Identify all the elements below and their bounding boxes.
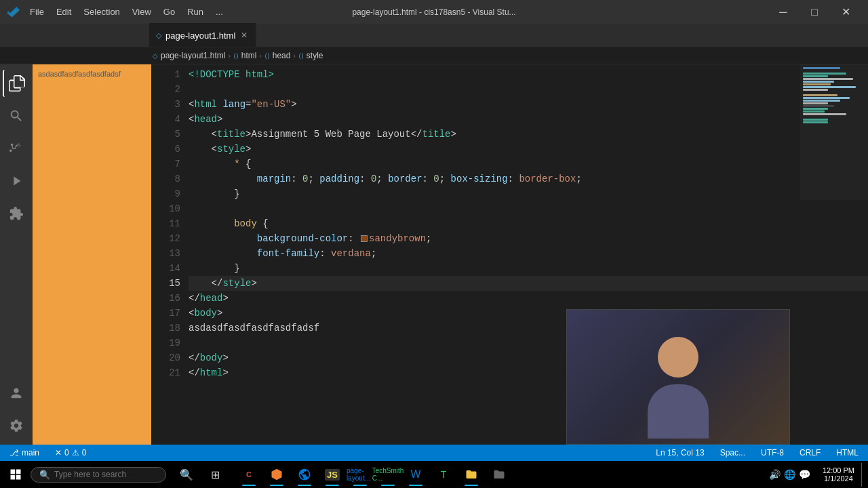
tab-close-icon[interactable]: ✕ xyxy=(239,29,249,41)
breadcrumb-item-file[interactable]: ◇ page-layout1.html xyxy=(153,51,225,60)
code-token: asdasdfasdfasdfasdfadsf xyxy=(189,321,319,336)
taskbar-app-explorer[interactable] xyxy=(458,461,485,488)
taskbar-search-box[interactable]: 🔍 xyxy=(31,467,166,483)
status-eol[interactable]: CRLF xyxy=(797,448,823,458)
code-token: > xyxy=(291,97,296,112)
menu-more[interactable]: ... xyxy=(210,5,229,18)
tab-label: page-layout1.html xyxy=(165,30,235,41)
code-token: body xyxy=(200,350,223,365)
code-line-2 xyxy=(189,82,868,97)
taskbar-app-techsmith[interactable]: TechSmith C... xyxy=(374,461,401,488)
code-token: </ xyxy=(189,291,200,306)
activity-source-control[interactable] xyxy=(3,135,30,162)
tray-icon-1[interactable]: 🔊 xyxy=(769,469,781,480)
activity-account[interactable] xyxy=(3,380,30,407)
code-token: border-box xyxy=(519,171,576,186)
title-bar-left: File Edit Selection View Go Run ... xyxy=(7,5,229,19)
code-line-8: margin: 0; padding: 0; border: 0; box-si… xyxy=(189,171,868,186)
editor-area[interactable]: 1 2 3 4 5 6 7 8 9 10 11 12 13 14 15 16 1… xyxy=(151,64,868,445)
minimap xyxy=(800,64,868,200)
status-encoding[interactable]: UTF-8 xyxy=(758,448,787,458)
taskbar-task-view[interactable]: ⊞ xyxy=(201,461,229,488)
code-token: { xyxy=(262,216,268,231)
title-bar-menu: File Edit Selection View Go Run ... xyxy=(24,5,229,18)
code-token: ; xyxy=(308,171,319,186)
taskbar-app-t[interactable]: T xyxy=(430,461,457,488)
status-bar-left: ⎇ main ✕ 0 ⚠ 0 xyxy=(7,448,89,458)
code-token: ; xyxy=(426,231,431,246)
code-token: > xyxy=(222,365,228,380)
breadcrumb-item-html[interactable]: ⟨⟩ html xyxy=(233,51,257,60)
tray-icon-2[interactable]: 🌐 xyxy=(784,469,795,480)
activity-search[interactable] xyxy=(3,102,30,129)
code-token: style xyxy=(222,276,251,291)
taskbar-time: 12:00 PM xyxy=(823,466,854,474)
code-token: 0 xyxy=(302,171,308,186)
maximize-button[interactable]: □ xyxy=(799,0,830,24)
code-token: < xyxy=(212,142,217,157)
line-num-5: 5 xyxy=(151,127,180,142)
line-num-2: 2 xyxy=(151,82,180,97)
window-title: page-layout1.html - cis178asn5 - Visual … xyxy=(352,7,515,17)
taskbar-clock[interactable]: 12:00 PM 1/1/2024 xyxy=(819,466,858,483)
taskbar-app-pagelayout[interactable]: page-layout... xyxy=(347,461,374,488)
code-token: "en-US" xyxy=(251,97,291,112)
menu-edit[interactable]: Edit xyxy=(51,5,77,18)
code-token: body xyxy=(194,306,217,321)
warning-count: 0 xyxy=(82,448,87,458)
taskbar-widget-icons: 🔍 ⊞ xyxy=(173,461,229,488)
status-language[interactable]: HTML xyxy=(833,448,861,458)
menu-run[interactable]: Run xyxy=(182,5,209,18)
breadcrumb-item-style[interactable]: ⟨⟩ style xyxy=(298,51,323,60)
code-token: } xyxy=(234,186,239,201)
code-token: > xyxy=(245,127,251,142)
status-branch[interactable]: ⎇ main xyxy=(7,448,42,458)
tab-page-layout1[interactable]: ◇ page-layout1.html ✕ xyxy=(149,23,256,47)
menu-file[interactable]: File xyxy=(24,5,50,18)
activity-extensions[interactable] xyxy=(3,200,30,227)
activity-settings[interactable] xyxy=(3,412,30,439)
breadcrumb: ◇ page-layout1.html › ⟨⟩ html › ⟨⟩ head … xyxy=(0,47,868,64)
menu-selection[interactable]: Selection xyxy=(78,5,125,18)
taskbar-app-cocc[interactable]: C xyxy=(235,461,262,488)
code-token xyxy=(189,186,234,201)
breadcrumb-item-head[interactable]: ⟨⟩ head xyxy=(264,51,291,60)
taskbar-app-brave[interactable] xyxy=(263,461,290,488)
code-line-3: <html lang="en-US"> xyxy=(189,97,868,112)
taskbar-search-widget[interactable]: 🔍 xyxy=(173,461,200,488)
status-spaces[interactable]: Spac... xyxy=(717,448,748,458)
code-token: < xyxy=(189,112,194,127)
taskbar-start-button[interactable] xyxy=(3,463,27,487)
taskbar-app-edge[interactable] xyxy=(291,461,318,488)
menu-view[interactable]: View xyxy=(127,5,157,18)
code-token: </ xyxy=(411,127,422,142)
taskbar: 🔍 🔍 ⊞ C JS page-layout... xyxy=(0,461,868,488)
vscode-logo xyxy=(7,5,20,19)
taskbar-search-input[interactable] xyxy=(54,470,156,479)
code-line-1: <!DOCTYPE html> xyxy=(189,67,868,82)
close-button[interactable]: ✕ xyxy=(830,0,861,24)
code-token xyxy=(189,171,257,186)
status-ln-col[interactable]: Ln 15, Col 13 xyxy=(653,448,707,458)
code-token xyxy=(240,157,245,171)
taskbar-app-js[interactable]: JS xyxy=(319,461,346,488)
code-token xyxy=(189,142,212,157)
tray-icon-3[interactable]: 💬 xyxy=(799,469,810,480)
status-errors[interactable]: ✕ 0 ⚠ 0 xyxy=(52,448,89,458)
line-num-14: 14 xyxy=(151,261,180,276)
line-num-6: 6 xyxy=(151,142,180,157)
menu-go[interactable]: Go xyxy=(158,5,180,18)
taskbar-app-ex2[interactable] xyxy=(486,461,513,488)
minimize-button[interactable]: ─ xyxy=(768,0,799,24)
code-line-13: font-family: verdana; xyxy=(189,246,868,261)
code-line-11: body { xyxy=(189,216,868,231)
taskbar-app-w[interactable]: W xyxy=(402,461,429,488)
line-num-13: 13 xyxy=(151,246,180,261)
activity-run-debug[interactable] xyxy=(3,167,30,195)
show-desktop-button[interactable] xyxy=(861,463,865,487)
code-token: title xyxy=(217,127,245,142)
code-token: * xyxy=(234,157,239,171)
activity-explorer[interactable] xyxy=(3,70,30,97)
warning-icon: ⚠ xyxy=(72,448,79,458)
code-token: 0 xyxy=(371,171,376,186)
